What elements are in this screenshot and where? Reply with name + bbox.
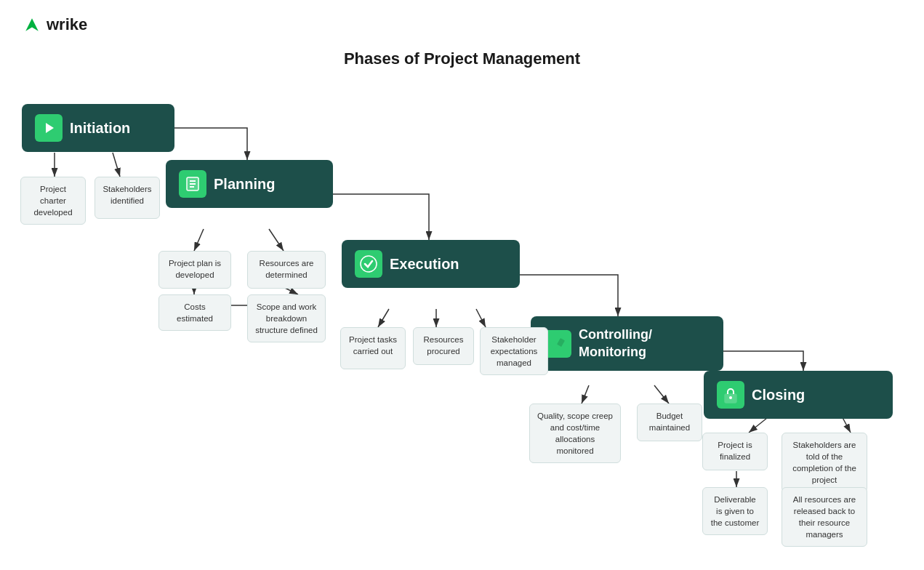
svg-rect-25 (557, 337, 565, 346)
checkmark-icon (355, 250, 382, 278)
svg-marker-0 (25, 18, 39, 31)
info-stakeholders-identified: Stakeholders identified (95, 177, 160, 219)
lock-icon (717, 381, 744, 409)
svg-marker-17 (46, 123, 54, 133)
info-project-plan: Project plan is developed (158, 251, 231, 289)
svg-line-12 (654, 385, 669, 404)
svg-line-10 (476, 309, 486, 327)
info-project-finalized: Project is finalized (702, 433, 768, 470)
info-stakeholders-told: Stakeholders are told of the completion … (782, 433, 867, 492)
svg-line-11 (582, 385, 589, 404)
info-budget-maintained: Budget maintained (637, 404, 702, 441)
info-project-tasks: Project tasks carried out (340, 327, 406, 369)
phase-closing: Closing (704, 371, 893, 419)
logo: wrike (22, 15, 87, 35)
phase-planning: Planning (166, 160, 333, 208)
info-resources-determined: Resources are determined (247, 251, 326, 289)
svg-point-27 (729, 396, 732, 399)
wrike-logo-icon (22, 15, 42, 35)
info-quality-scope: Quality, scope creep and cost/time alloc… (529, 404, 621, 463)
svg-line-3 (113, 153, 120, 177)
info-costs-estimated: Costs estimated (158, 294, 231, 331)
play-icon (35, 114, 63, 142)
phase-initiation: Initiation (22, 104, 174, 152)
planning-label: Planning (214, 176, 275, 193)
checklist-icon (179, 170, 206, 198)
execution-label: Execution (390, 256, 459, 273)
closing-label: Closing (752, 387, 805, 404)
svg-line-8 (378, 309, 389, 327)
info-resources-procured: Resources procured (413, 327, 474, 365)
info-deliverable-given: Deliverable is given to the customer (702, 487, 768, 535)
svg-line-4 (194, 229, 204, 251)
info-project-charter: Project charter developed (20, 177, 86, 225)
controlling-label: Controlling/Monitoring (579, 326, 652, 361)
info-stakeholder-expectations: Stakeholder expectations managed (480, 327, 548, 375)
info-resources-released: All resources are released back to their… (782, 487, 867, 547)
svg-line-5 (269, 229, 284, 251)
initiation-label: Initiation (70, 120, 130, 137)
phase-controlling: Controlling/Monitoring (531, 316, 723, 371)
info-scope-breakdown: Scope and work breakdown structure defin… (247, 294, 326, 342)
logo-text: wrike (47, 15, 87, 34)
page-title: Phases of Project Management (0, 49, 924, 68)
svg-rect-24 (550, 340, 558, 349)
phase-execution: Execution (342, 240, 520, 288)
svg-point-23 (361, 256, 377, 272)
